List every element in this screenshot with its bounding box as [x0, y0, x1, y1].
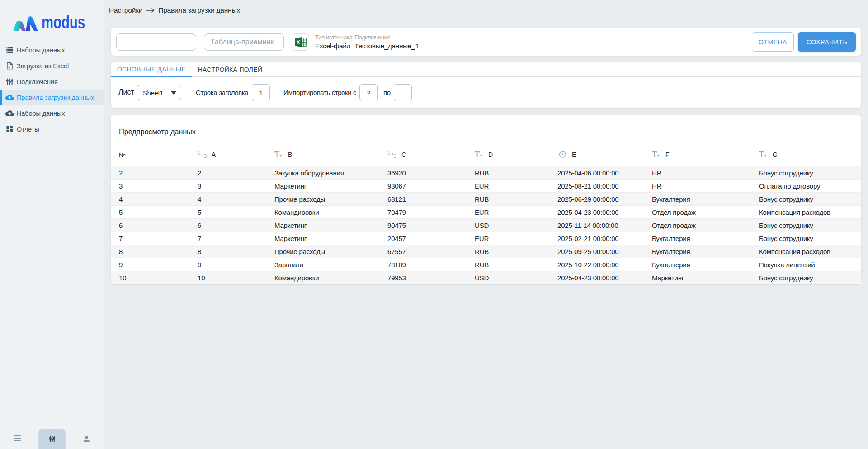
svg-text:1: 1	[198, 150, 200, 156]
svg-text:x: x	[8, 65, 10, 69]
svg-text:т: т	[657, 153, 660, 158]
svg-text:3: 3	[394, 153, 396, 159]
svg-text:T: T	[475, 150, 480, 159]
svg-text:T: T	[274, 150, 279, 159]
svg-text:modus: modus	[42, 14, 85, 32]
svg-text:т: т	[764, 153, 767, 158]
svg-text:2: 2	[201, 151, 203, 157]
svg-text:т: т	[480, 153, 482, 158]
svg-text:т: т	[280, 153, 282, 158]
svg-text:1: 1	[387, 150, 390, 156]
svg-text:T: T	[652, 150, 657, 159]
svg-text:2: 2	[391, 151, 393, 157]
svg-text:X: X	[296, 39, 300, 46]
svg-text:3: 3	[204, 153, 207, 159]
svg-text:T: T	[759, 150, 764, 159]
